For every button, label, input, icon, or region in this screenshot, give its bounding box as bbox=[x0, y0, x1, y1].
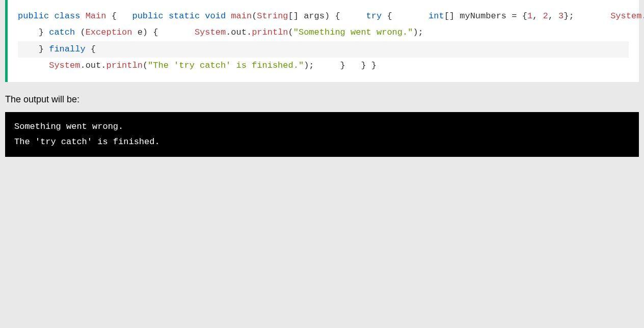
console-line-2: The 'try catch' is finished. bbox=[14, 137, 160, 147]
brace: } bbox=[39, 28, 49, 37]
class-system: System bbox=[610, 11, 641, 21]
end: e) { bbox=[132, 28, 158, 37]
keyword-public: public bbox=[18, 11, 49, 21]
code-line-5: System.out.println(myNumbers[10]); bbox=[579, 11, 644, 21]
keyword-int: int bbox=[428, 11, 444, 21]
end: ); bbox=[413, 28, 423, 37]
end: ); bbox=[304, 61, 314, 70]
code-line-4: int[] myNumbers = {1, 2, 3}; bbox=[397, 11, 574, 21]
indent bbox=[351, 61, 361, 70]
number: 2 bbox=[543, 11, 548, 21]
code-line-3: try { bbox=[345, 11, 392, 21]
keyword-catch: catch bbox=[49, 28, 75, 37]
type-exception: Exception bbox=[86, 28, 132, 37]
brace: } bbox=[340, 61, 345, 70]
number: 3 bbox=[558, 11, 564, 21]
code-line-1: public class Main { bbox=[18, 11, 117, 21]
indent bbox=[579, 11, 610, 21]
indent bbox=[18, 28, 39, 37]
code-line-7: System.out.println("Something went wrong… bbox=[164, 28, 423, 37]
dot: . bbox=[101, 61, 106, 70]
paren: ( bbox=[143, 61, 148, 70]
indent bbox=[164, 28, 195, 37]
console-line-1: Something went wrong. bbox=[14, 122, 123, 131]
class-system: System bbox=[195, 28, 226, 37]
code-line-2: public static void main(String[] args) { bbox=[122, 11, 340, 21]
class-system: System bbox=[49, 61, 80, 70]
indent bbox=[319, 61, 340, 70]
member-out: out bbox=[86, 61, 101, 70]
keyword-void: void bbox=[205, 11, 226, 21]
comma: , bbox=[532, 11, 543, 21]
keyword-class: class bbox=[54, 11, 80, 21]
code-line-11: } bbox=[351, 61, 366, 70]
dot: . bbox=[80, 61, 85, 70]
code-block: public class Main { public static void m… bbox=[5, 0, 639, 82]
brace: { bbox=[382, 11, 392, 21]
paren: ( bbox=[75, 28, 85, 37]
member-out: out bbox=[231, 28, 247, 37]
indent bbox=[397, 11, 428, 21]
console-output: Something went wrong. The 'try catch' is… bbox=[5, 112, 639, 157]
brace: } bbox=[361, 61, 366, 70]
dot: . bbox=[226, 28, 231, 37]
indent bbox=[122, 11, 132, 21]
args: [] args) { bbox=[288, 11, 340, 21]
end: }; bbox=[564, 11, 574, 21]
method-println: println bbox=[252, 28, 288, 37]
keyword-finally: finally bbox=[49, 44, 85, 54]
dot: . bbox=[247, 28, 252, 37]
brace: } bbox=[39, 44, 49, 54]
indent bbox=[18, 61, 49, 70]
code-line-6: } catch (Exception e) { bbox=[18, 28, 158, 37]
indent bbox=[345, 11, 366, 21]
code-line-8: } finally { bbox=[18, 41, 629, 58]
paren: ( bbox=[252, 11, 257, 21]
keyword-try: try bbox=[366, 11, 382, 21]
keyword-public: public bbox=[132, 11, 163, 21]
keyword-static: static bbox=[169, 11, 200, 21]
brace: { bbox=[106, 11, 116, 21]
paren: ( bbox=[288, 28, 293, 37]
var-decl: [] myNumbers = { bbox=[444, 11, 527, 21]
dot: . bbox=[641, 11, 644, 21]
indent bbox=[18, 44, 39, 54]
brace: { bbox=[86, 44, 96, 54]
code-line-9: System.out.println("The 'try catch' is f… bbox=[18, 61, 314, 70]
brace: } bbox=[371, 61, 377, 70]
number: 1 bbox=[527, 11, 532, 21]
output-caption: The output will be: bbox=[5, 94, 639, 105]
string-literal: "The 'try catch' is finished." bbox=[148, 61, 304, 70]
class-name: Main bbox=[86, 11, 106, 21]
string-literal: "Something went wrong." bbox=[293, 28, 413, 37]
code-line-10: } bbox=[319, 61, 345, 70]
method-println: println bbox=[106, 61, 142, 70]
comma: , bbox=[548, 11, 558, 21]
method-main: main bbox=[231, 11, 252, 21]
type-string: String bbox=[257, 11, 288, 21]
code-line-12: } bbox=[371, 61, 377, 70]
